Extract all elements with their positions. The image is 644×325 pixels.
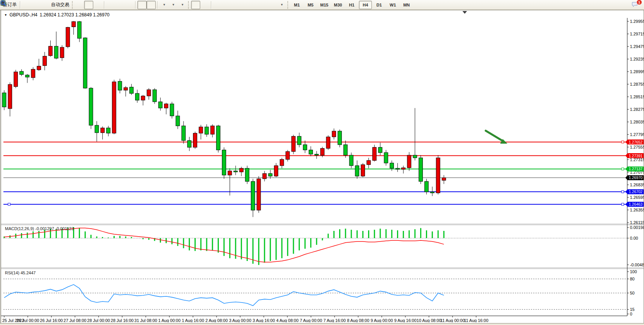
chart-symbol-label: GBPUSD-,H4 bbox=[10, 12, 37, 18]
price-axis-label: 1.29235 bbox=[630, 57, 644, 61]
candle bbox=[49, 40, 53, 57]
candle bbox=[83, 37, 87, 89]
fibonacci-button[interactable]: F bbox=[250, 1, 259, 9]
candle bbox=[373, 145, 376, 162]
arrows-shapes-button[interactable]: ▼ bbox=[277, 1, 286, 9]
timeframe-w1-button[interactable]: W1 bbox=[386, 1, 399, 9]
toolbar-grip bbox=[72, 1, 74, 9]
candle bbox=[344, 141, 348, 158]
candle bbox=[118, 79, 122, 94]
periods-button[interactable]: ▼ bbox=[169, 1, 178, 9]
line-handle[interactable] bbox=[8, 203, 10, 205]
search-button[interactable] bbox=[622, 1, 631, 9]
candle bbox=[66, 27, 70, 48]
line-handle[interactable] bbox=[622, 191, 624, 193]
candle bbox=[280, 158, 284, 168]
time-axis-label: 7 Aug 00:00 bbox=[300, 318, 322, 322]
price-axis-label: 1.26835 bbox=[630, 183, 644, 187]
chart-window: ▼ GBPUSD-,H4 1.26924 1.27023 1.26849 1.2… bbox=[0, 10, 644, 323]
timeframe-d1-button[interactable]: D1 bbox=[373, 1, 386, 9]
vertical-line-button[interactable] bbox=[213, 1, 222, 9]
line-handle[interactable] bbox=[622, 168, 624, 170]
cursor-button[interactable] bbox=[191, 1, 200, 9]
candle bbox=[326, 135, 330, 150]
horizontal-line-button[interactable] bbox=[222, 1, 231, 9]
candle bbox=[100, 126, 104, 139]
add-indicator-button[interactable]: ▼ bbox=[159, 1, 169, 9]
timeframe-mn-button[interactable]: MN bbox=[400, 1, 413, 9]
price-tag-arrow bbox=[625, 167, 628, 171]
candle bbox=[361, 163, 365, 177]
crosshair-button[interactable] bbox=[200, 1, 209, 9]
equidistant-channel-button[interactable]: E bbox=[241, 1, 250, 9]
text-label-button[interactable]: T bbox=[268, 1, 277, 9]
chart-shift-button[interactable] bbox=[147, 1, 156, 9]
candle bbox=[164, 103, 168, 114]
time-axis-label: 1 Aug 16:00 bbox=[182, 318, 204, 322]
toolbar-grip bbox=[287, 1, 289, 9]
separator bbox=[104, 1, 105, 9]
candle bbox=[205, 124, 209, 137]
candle bbox=[274, 163, 278, 177]
tile-windows-button[interactable] bbox=[124, 1, 134, 9]
candle bbox=[263, 171, 266, 182]
time-axis-label: 1 Aug 00:00 bbox=[158, 318, 181, 322]
zoom-out-button[interactable] bbox=[115, 1, 124, 9]
price-axis-label: 1.28515 bbox=[630, 94, 644, 99]
candle bbox=[170, 102, 174, 118]
community-button[interactable] bbox=[31, 1, 40, 9]
price-axis-label: 1.26115 bbox=[630, 220, 644, 225]
bar-chart-button[interactable] bbox=[75, 1, 84, 9]
price-axis-label: 1.29955 bbox=[630, 19, 644, 24]
candle bbox=[95, 121, 99, 142]
candle bbox=[257, 176, 261, 213]
market-button[interactable] bbox=[22, 1, 31, 9]
candle bbox=[199, 125, 203, 140]
price-tag-arrow bbox=[625, 189, 628, 194]
time-axis-label: 11 Aug 16:00 bbox=[464, 318, 488, 322]
price-axis-label: 1.28035 bbox=[630, 120, 644, 124]
dropdown-arrow: ▼ bbox=[163, 3, 166, 6]
candle bbox=[124, 86, 128, 97]
price-axis-label: 1.28275 bbox=[630, 107, 644, 112]
time-axis-label: 10 Aug 08:00 bbox=[417, 318, 442, 322]
line-chart-button[interactable] bbox=[93, 1, 102, 9]
chart-title-bar[interactable]: ▼ GBPUSD-,H4 1.26924 1.27023 1.26849 1.2… bbox=[4, 12, 110, 18]
timeframe-m30-button[interactable]: M30 bbox=[332, 1, 344, 9]
price-tag-label: 1.27652 bbox=[629, 140, 643, 144]
timeframe-m15-button[interactable]: M15 bbox=[318, 1, 331, 9]
timeframe-h1-button[interactable]: H1 bbox=[345, 1, 358, 9]
candlestick-series[interactable] bbox=[2, 21, 446, 217]
price-axis-label: 1.29475 bbox=[630, 44, 644, 49]
timeframe-m1-button[interactable]: M1 bbox=[290, 1, 303, 9]
notifications-button[interactable]: 1 bbox=[631, 1, 640, 9]
timeframe-m5-button[interactable]: M5 bbox=[304, 1, 317, 9]
annotation-arrow-line[interactable] bbox=[486, 131, 503, 141]
candle bbox=[216, 125, 220, 153]
trendline-button[interactable] bbox=[231, 1, 241, 9]
templates-button[interactable]: ▼ bbox=[178, 1, 187, 9]
candlestick-chart-button[interactable] bbox=[84, 1, 93, 9]
chart-dropdown-icon[interactable]: ▼ bbox=[4, 13, 7, 17]
candle bbox=[72, 21, 75, 35]
auto-scroll-button[interactable] bbox=[137, 1, 147, 9]
time-axis-label: 2 Aug 08:00 bbox=[206, 318, 228, 322]
candle bbox=[234, 166, 238, 175]
candle bbox=[407, 152, 411, 171]
candle bbox=[430, 187, 434, 196]
line-handle[interactable] bbox=[622, 203, 624, 205]
auto-trading-button[interactable]: 自动交易 bbox=[49, 1, 71, 9]
candle bbox=[78, 21, 81, 42]
candle bbox=[396, 163, 400, 172]
zoom-in-button[interactable] bbox=[106, 1, 115, 9]
timeframe-h4-button[interactable]: H4 bbox=[359, 1, 372, 9]
chart-shift-marker[interactable] bbox=[462, 11, 467, 14]
line-handle[interactable] bbox=[622, 141, 624, 143]
candle bbox=[315, 151, 319, 159]
candle bbox=[222, 147, 226, 179]
candle bbox=[355, 160, 359, 179]
text-button[interactable]: A bbox=[259, 1, 268, 9]
chart-canvas[interactable]: 1.299551.297151.294751.292351.289951.287… bbox=[1, 10, 644, 322]
time-axis-label: 4 Aug 08:00 bbox=[276, 318, 299, 322]
signals-button[interactable] bbox=[40, 1, 49, 9]
